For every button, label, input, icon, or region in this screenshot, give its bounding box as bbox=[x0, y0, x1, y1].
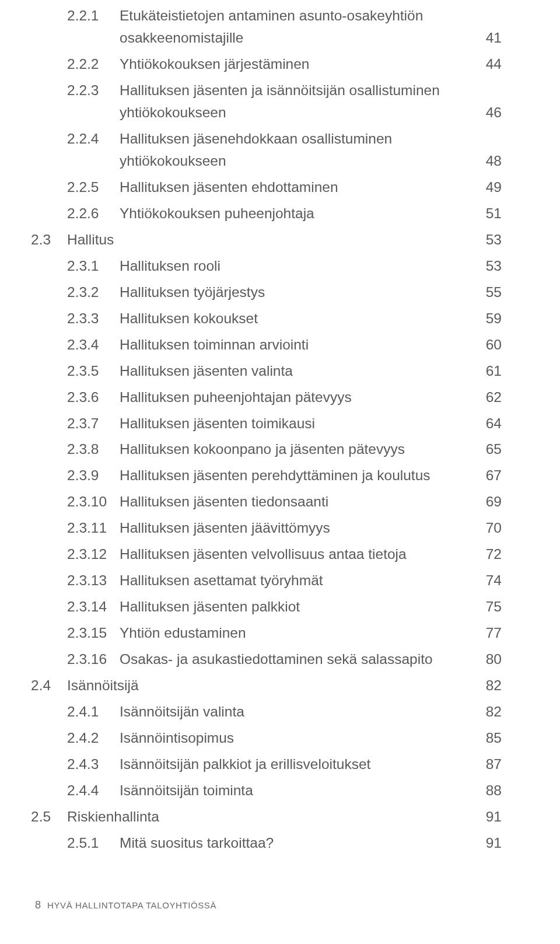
toc-number: 2.5.1 bbox=[67, 832, 120, 854]
toc-number: 2.3.13 bbox=[67, 569, 120, 592]
toc-page: 64 bbox=[473, 412, 502, 435]
toc-title: Isännöintisopimus bbox=[120, 727, 473, 749]
toc-number: 2.3.7 bbox=[67, 412, 120, 435]
toc-number: 2.3.3 bbox=[67, 307, 120, 330]
toc-number: 2.4.3 bbox=[67, 753, 120, 775]
toc-page: 65 bbox=[473, 438, 502, 460]
toc-title: Osakas- ja asukastiedottaminen sekä sala… bbox=[120, 648, 473, 670]
toc-page: 88 bbox=[473, 779, 502, 802]
toc-page: 55 bbox=[473, 281, 502, 303]
toc-page: 74 bbox=[473, 569, 502, 592]
toc-title: Hallituksen kokoonpano ja jäsenten pätev… bbox=[120, 438, 473, 460]
toc-row: 2.4.1Isännöitsijän valinta82 bbox=[67, 701, 502, 723]
toc-page: 46 bbox=[473, 102, 502, 124]
toc-row: 2.3.3Hallituksen kokoukset59 bbox=[67, 307, 502, 330]
toc-title: Hallituksen jäsenten perehdyttäminen ja … bbox=[120, 464, 473, 487]
toc-row: 2.3.6Hallituksen puheenjohtajan pätevyys… bbox=[67, 386, 502, 408]
toc-row: 2.3.16Osakas- ja asukastiedottaminen sek… bbox=[67, 648, 502, 670]
toc-page: 44 bbox=[473, 53, 502, 75]
toc-number: 2.2.1 bbox=[67, 5, 120, 27]
toc-number: 2.3.5 bbox=[67, 360, 120, 382]
toc-title: Hallituksen jäsenten ehdottaminen bbox=[120, 176, 473, 198]
toc-title: Etukäteistietojen antaminen asunto-osake… bbox=[120, 5, 473, 49]
page-footer: 8 HYVÄ HALLINTOTAPA TALOYHTIÖSSÄ bbox=[35, 899, 216, 911]
toc-number: 2.3.2 bbox=[67, 281, 120, 303]
toc-page: 91 bbox=[473, 832, 502, 854]
toc-number: 2.3.16 bbox=[67, 648, 120, 670]
toc-page: 49 bbox=[473, 176, 502, 198]
page: 2.2.1Etukäteistietojen antaminen asunto-… bbox=[0, 0, 560, 944]
toc-page: 80 bbox=[473, 648, 502, 670]
toc-row: 2.3.2Hallituksen työjärjestys55 bbox=[67, 281, 502, 303]
toc-title: Hallitus bbox=[67, 229, 473, 251]
toc-number: 2.4.4 bbox=[67, 779, 120, 802]
toc-number: 2.2.3 bbox=[67, 79, 120, 102]
toc-row: 2.2.5Hallituksen jäsenten ehdottaminen49 bbox=[67, 176, 502, 198]
footer-page-number: 8 bbox=[35, 899, 41, 911]
toc-page: 53 bbox=[473, 229, 502, 251]
toc-number: 2.4.1 bbox=[67, 701, 120, 723]
toc-page: 61 bbox=[473, 360, 502, 382]
toc-row: 2.2.1Etukäteistietojen antaminen asunto-… bbox=[67, 5, 502, 49]
toc-title: Hallituksen rooli bbox=[120, 255, 473, 277]
toc-page: 77 bbox=[473, 622, 502, 644]
toc-number: 2.3.8 bbox=[67, 438, 120, 460]
toc-number: 2.4 bbox=[31, 674, 67, 697]
toc-number: 2.5 bbox=[31, 806, 67, 828]
toc-page: 67 bbox=[473, 464, 502, 487]
toc-row: 2.3.10Hallituksen jäsenten tiedonsaanti6… bbox=[67, 491, 502, 513]
toc-title: Hallituksen jäsenten jäävittömyys bbox=[120, 517, 473, 539]
toc-number: 2.3.12 bbox=[67, 543, 120, 565]
toc-title: Hallituksen jäsenten palkkiot bbox=[120, 596, 473, 618]
toc-page: 85 bbox=[473, 727, 502, 749]
toc-number: 2.3.1 bbox=[67, 255, 120, 277]
toc-page: 62 bbox=[473, 386, 502, 408]
toc-row: 2.3.11Hallituksen jäsenten jäävittömyys7… bbox=[67, 517, 502, 539]
toc-number: 2.3.14 bbox=[67, 596, 120, 618]
toc-page: 91 bbox=[473, 806, 502, 828]
toc-number: 2.3 bbox=[31, 229, 67, 251]
toc-title: Hallituksen jäsenten ja isännöitsijän os… bbox=[120, 79, 473, 124]
toc-title: Hallituksen jäsenten valinta bbox=[120, 360, 473, 382]
toc-page: 51 bbox=[473, 202, 502, 225]
toc-page: 82 bbox=[473, 701, 502, 723]
toc-title: Isännöitsijän toiminta bbox=[120, 779, 473, 802]
table-of-contents: 2.2.1Etukäteistietojen antaminen asunto-… bbox=[67, 5, 502, 854]
toc-title: Isännöitsijä bbox=[67, 674, 473, 697]
toc-title: Hallituksen jäsenten tiedonsaanti bbox=[120, 491, 473, 513]
toc-number: 2.2.2 bbox=[67, 53, 120, 75]
toc-page: 70 bbox=[473, 517, 502, 539]
toc-number: 2.3.9 bbox=[67, 464, 120, 487]
toc-title: Yhtiökokouksen puheenjohtaja bbox=[120, 202, 473, 225]
toc-title: Hallituksen puheenjohtajan pätevyys bbox=[120, 386, 473, 408]
toc-title: Hallituksen jäsenten velvollisuus antaa … bbox=[120, 543, 473, 565]
toc-row: 2.3.15Yhtiön edustaminen77 bbox=[67, 622, 502, 644]
toc-number: 2.3.6 bbox=[67, 386, 120, 408]
toc-row: 2.2.3Hallituksen jäsenten ja isännöitsij… bbox=[67, 79, 502, 124]
toc-page: 48 bbox=[473, 150, 502, 172]
toc-row: 2.3.13Hallituksen asettamat työryhmät74 bbox=[67, 569, 502, 592]
toc-row: 2.2.6Yhtiökokouksen puheenjohtaja51 bbox=[67, 202, 502, 225]
toc-title: Hallituksen toiminnan arviointi bbox=[120, 334, 473, 356]
toc-title: Yhtiökokouksen järjestäminen bbox=[120, 53, 473, 75]
toc-title: Isännöitsijän valinta bbox=[120, 701, 473, 723]
toc-title: Hallituksen jäsenten toimikausi bbox=[120, 412, 473, 435]
toc-page: 41 bbox=[473, 27, 502, 49]
toc-title: Riskienhallinta bbox=[67, 806, 473, 828]
toc-row: 2.5Riskienhallinta91 bbox=[67, 806, 502, 828]
toc-number: 2.3.15 bbox=[67, 622, 120, 644]
toc-row: 2.3.4Hallituksen toiminnan arviointi60 bbox=[67, 334, 502, 356]
toc-page: 59 bbox=[473, 307, 502, 330]
toc-page: 60 bbox=[473, 334, 502, 356]
toc-row: 2.4.3Isännöitsijän palkkiot ja erillisve… bbox=[67, 753, 502, 775]
toc-row: 2.3.14Hallituksen jäsenten palkkiot75 bbox=[67, 596, 502, 618]
toc-number: 2.2.6 bbox=[67, 202, 120, 225]
toc-page: 82 bbox=[473, 674, 502, 697]
toc-page: 87 bbox=[473, 753, 502, 775]
toc-title: Mitä suositus tarkoittaa? bbox=[120, 832, 473, 854]
toc-number: 2.3.11 bbox=[67, 517, 120, 539]
toc-row: 2.3.12Hallituksen jäsenten velvollisuus … bbox=[67, 543, 502, 565]
toc-row: 2.4.2Isännöintisopimus85 bbox=[67, 727, 502, 749]
toc-row: 2.3.1Hallituksen rooli53 bbox=[67, 255, 502, 277]
toc-row: 2.3.8Hallituksen kokoonpano ja jäsenten … bbox=[67, 438, 502, 460]
